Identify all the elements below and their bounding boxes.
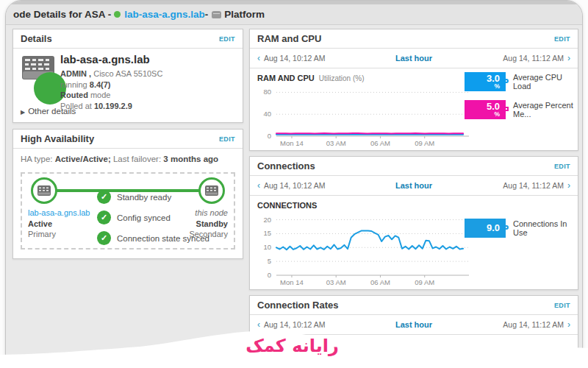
- ram-chart-subtitle: Utilization (%): [319, 74, 365, 82]
- ha-check-row: ✓ Config synced: [97, 210, 209, 224]
- details-panel-header: Details EDIT: [13, 29, 243, 49]
- svg-text:03 AM: 03 AM: [326, 139, 346, 147]
- svg-text:40: 40: [263, 110, 271, 118]
- check-icon: ✓: [97, 231, 111, 245]
- connections-edit-button[interactable]: EDIT: [554, 163, 570, 170]
- svg-text:09 AM: 09 AM: [415, 139, 434, 147]
- connections-chart-labels: CONNECTIONS: [250, 196, 578, 210]
- legend-row-cpu: 3.0 % Average CPU Load: [465, 72, 575, 91]
- check-icon: ✓: [97, 190, 111, 204]
- svg-text:0: 0: [268, 132, 271, 140]
- ha-left-node-labels: lab-asa-a.gns.lab Active Primary: [28, 208, 90, 240]
- ha-edit-button[interactable]: EDIT: [219, 135, 235, 143]
- node-details-card: ode Details for ASA - lab-asa-a.gns.lab …: [5, 0, 583, 368]
- connections-chart: 05101520Mon 1403 AM06 AM09 AM: [254, 210, 475, 286]
- ha-left-role: Active: [28, 219, 90, 230]
- connections-panel-header: Connections EDIT: [250, 157, 578, 176]
- svg-text:06 AM: 06 AM: [370, 139, 390, 147]
- legend-row-memory: 5.0 % Average Percent Me...: [465, 100, 575, 119]
- time-range-selector[interactable]: Last hour: [250, 54, 578, 63]
- details-mode-line: Routed mode: [60, 90, 237, 101]
- svg-text:15: 15: [263, 229, 271, 237]
- connections-badge: 9.0: [465, 219, 506, 238]
- ha-diagram-box: lab-asa-a.gns.lab Active Primary this no…: [21, 172, 235, 250]
- details-vendor-line: ADMIN , Cisco ASA 5510SC: [60, 68, 237, 79]
- watermark-logo: رایانه کمک: [239, 336, 345, 356]
- ram-legend: 3.0 % Average CPU Load 5.0 % Average Per…: [465, 72, 575, 128]
- other-details-expander[interactable]: ▶Other details: [21, 107, 76, 116]
- ha-left-node-link[interactable]: lab-asa-a.gns.lab: [28, 208, 90, 219]
- connections-legend: 9.0 Connections In Use: [465, 219, 575, 247]
- details-edit-button[interactable]: EDIT: [219, 35, 235, 43]
- details-polled-line: Polled at 10.199.2.9: [60, 101, 237, 112]
- title-separator: -: [205, 9, 209, 20]
- high-availability-panel: High Availability EDIT HA type: Active/A…: [12, 129, 243, 259]
- circle-marker-icon: [504, 79, 509, 83]
- ha-left-sub: Primary: [28, 229, 90, 240]
- ram-cpu-panel: RAM and CPU EDIT ‹Aug 14, 10:12 AM Last …: [249, 29, 578, 151]
- header-node-link[interactable]: lab-asa-a.gns.lab: [124, 9, 205, 20]
- ha-title: High Availability: [21, 133, 94, 144]
- cpu-load-badge: 3.0 %: [465, 72, 506, 91]
- ram-panel-header: RAM and CPU EDIT: [250, 29, 578, 49]
- details-text-block: lab-asa-a.gns.lab ADMIN , Cisco ASA 5510…: [60, 53, 237, 111]
- ha-checklist: ✓ Standby ready ✓ Config synced ✓ Connec…: [97, 190, 209, 252]
- check-icon: ✓: [97, 210, 111, 224]
- svg-text:Mon 14: Mon 14: [280, 139, 304, 147]
- square-marker-icon: [504, 107, 509, 111]
- rates-edit-button[interactable]: EDIT: [554, 302, 570, 309]
- svg-text:80: 80: [263, 88, 271, 96]
- page-header: ode Details for ASA - lab-asa-a.gns.lab …: [6, 4, 582, 25]
- ram-timebar: ‹Aug 14, 10:12 AM Last hour Aug 14, 11:1…: [250, 49, 578, 68]
- svg-text:Mon 14: Mon 14: [280, 278, 304, 286]
- memory-label: Average Percent Me...: [513, 101, 575, 118]
- cpu-load-label: Average CPU Load: [513, 73, 575, 91]
- memory-badge: 5.0 %: [465, 100, 506, 119]
- connections-label: Connections In Use: [513, 219, 575, 237]
- svg-text:20: 20: [263, 216, 271, 224]
- connections-chart-title: CONNECTIONS: [257, 201, 317, 210]
- svg-text:0: 0: [268, 271, 271, 279]
- rates-panel-header: Connection Rates EDIT: [250, 296, 578, 315]
- svg-text:10: 10: [263, 243, 271, 251]
- ha-check-row: ✓ Standby ready: [97, 190, 209, 204]
- rates-title: Connection Rates: [257, 300, 339, 311]
- page-title: ode Details for ASA -: [13, 9, 111, 20]
- ha-left-node-icon: [31, 177, 57, 204]
- screenshot-stage: ode Details for ASA - lab-asa-a.gns.lab …: [0, 0, 588, 368]
- svg-text:09 AM: 09 AM: [415, 278, 434, 286]
- connections-title: Connections: [257, 160, 315, 171]
- details-title: Details: [21, 33, 52, 44]
- mini-firewall-icon: [37, 185, 51, 196]
- circle-marker-icon: [504, 225, 509, 230]
- legend-row-connections: 9.0 Connections In Use: [465, 219, 575, 238]
- ram-title: RAM and CPU: [257, 33, 321, 44]
- connections-timebar: ‹Aug 14, 10:12 AM Last hour Aug 14, 11:1…: [250, 176, 578, 196]
- ha-panel-header: High Availability EDIT: [13, 130, 243, 149]
- platform-icon: [212, 11, 221, 18]
- node-status-dot: [114, 11, 121, 18]
- time-range-selector[interactable]: Last hour: [250, 181, 578, 190]
- ram-edit-button[interactable]: EDIT: [554, 35, 570, 43]
- svg-text:5: 5: [268, 257, 271, 265]
- ram-chart-title: RAM AND CPU: [257, 74, 315, 82]
- ha-summary-line: HA type: Active/Active; Last failover: 3…: [21, 155, 218, 163]
- time-range-selector[interactable]: Last hour: [250, 320, 578, 329]
- details-node-name: lab-asa-a.gns.lab: [60, 53, 237, 66]
- svg-text:03 AM: 03 AM: [326, 278, 346, 286]
- expander-triangle-icon: ▶: [21, 109, 25, 116]
- platform-label: Platform: [224, 9, 265, 20]
- rates-timebar: ‹Aug 14, 10:12 AM Last hour Aug 14, 11:1…: [250, 315, 578, 335]
- svg-text:06 AM: 06 AM: [370, 278, 390, 286]
- connections-panel: Connections EDIT ‹Aug 14, 10:12 AM Last …: [249, 156, 578, 290]
- ha-check-row: ✓ Connection state synced: [97, 231, 209, 245]
- ram-cpu-chart: 04080Mon 1403 AM06 AM09 AM: [254, 82, 475, 147]
- details-version-line: running 8.4(7): [60, 79, 237, 91]
- details-panel: Details EDIT lab-asa-a.gns.lab: [12, 29, 243, 123]
